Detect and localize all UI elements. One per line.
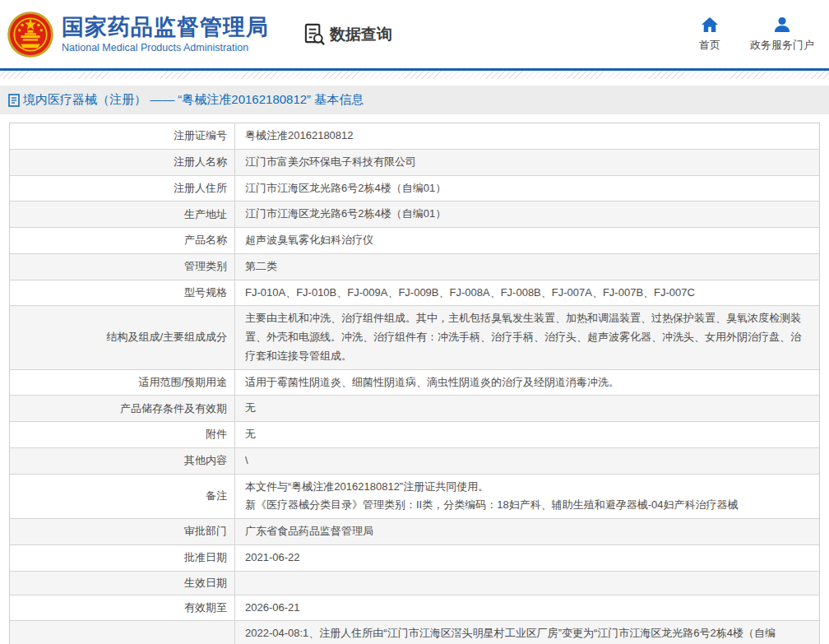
top-nav: 首页 政务服务门户 [699, 16, 814, 53]
row-value: 江门市江海区龙光路6号2栋4楼（自编01） [235, 202, 820, 228]
site-title-cn: 国家药品监督管理局 [62, 15, 269, 40]
table-row: 结构及组成/主要组成成分主要由主机和冲洗、治疗组件组成。其中，主机包括臭氧发生装… [10, 306, 820, 369]
breadcrumb-text: 境内医疗器械（注册） —— “粤械注准20162180812” 基本信息 [23, 92, 364, 108]
row-value: 粤械注准20162180812 [235, 123, 820, 150]
row-label: 产品储存条件及有效期 [10, 396, 235, 422]
page-header: 国家药品监督管理局 National Medical Products Admi… [0, 0, 829, 71]
row-value: 2021-06-22 [235, 544, 820, 571]
row-label: 管理类别 [10, 253, 235, 280]
row-label: 注册人住所 [10, 175, 235, 202]
table-row: 备注本文件与“粤械注准20162180812”注册证共同使用。 新《医疗器械分类… [10, 474, 820, 519]
row-value: 无 [235, 396, 820, 422]
table-row: 有效期至2026-06-21 [10, 595, 820, 621]
row-value: 第二类 [235, 253, 820, 280]
row-label: 其他内容 [10, 447, 235, 474]
table-row: 生产地址江门市江海区龙光路6号2栋4楼（自编01） [10, 202, 820, 228]
nav-home[interactable]: 首页 [699, 16, 720, 53]
row-value: 主要由主机和冲洗、治疗组件组成。其中，主机包括臭氧发生装置、加热和调温装置、过热… [235, 306, 820, 369]
row-label: 生效日期 [10, 571, 235, 595]
nav-portal-label: 政务服务门户 [750, 38, 814, 53]
row-label: 产品名称 [10, 228, 235, 254]
row-label: 结构及组成/主要组成成分 [10, 306, 235, 369]
row-label: 型号规格 [10, 280, 235, 306]
nav-portal[interactable]: 政务服务门户 [750, 16, 814, 53]
row-value: 适用于霉菌性阴道炎、细菌性阴道病、滴虫性阴道炎的治疗及经阴道消毒冲洗。 [235, 369, 820, 396]
row-label: 变更情况 [10, 621, 235, 644]
table-row: 型号规格FJ-010A、FJ-010B、FJ-009A、FJ-009B、FJ-0… [10, 280, 820, 306]
table-row: 附件无 [10, 422, 820, 448]
row-label: 附件 [10, 422, 235, 448]
row-value: 2022-04-08:1、注册人住所由“江门市江海区滘头明星村工业区厂房”变更为… [235, 621, 820, 644]
row-value: FJ-010A、FJ-010B、FJ-009A、FJ-009B、FJ-008A、… [235, 280, 820, 306]
row-value: 超声波臭氧雾化妇科治疗仪 [235, 228, 820, 254]
row-value: 2026-06-21 [235, 595, 820, 621]
table-row: 变更情况2022-04-08:1、注册人住所由“江门市江海区滘头明星村工业区厂房… [10, 621, 820, 644]
table-row: 生效日期 [10, 571, 820, 595]
row-label: 注册证编号 [10, 123, 235, 150]
table-row: 批准日期2021-06-22 [10, 544, 820, 571]
row-label: 适用范围/预期用途 [10, 369, 235, 396]
stripe-divider [0, 71, 829, 79]
row-value: 江门市富美尔环保电子科技有限公司 [235, 149, 820, 175]
document-icon [8, 94, 20, 107]
row-label: 注册人名称 [10, 149, 235, 175]
site-brand: 国家药品监督管理局 National Medical Products Admi… [62, 15, 269, 53]
table-row: 注册人住所江门市江海区龙光路6号2栋4楼（自编01） [10, 175, 820, 202]
info-table-body: 注册证编号粤械注准20162180812注册人名称江门市富美尔环保电子科技有限公… [10, 123, 820, 644]
row-label: 备注 [10, 474, 235, 519]
row-value: 本文件与“粤械注准20162180812”注册证共同使用。 新《医疗器械分类目录… [235, 474, 820, 519]
table-row: 注册人名称江门市富美尔环保电子科技有限公司 [10, 149, 820, 175]
data-query-icon [303, 23, 326, 45]
registration-info-table: 注册证编号粤械注准20162180812注册人名称江门市富美尔环保电子科技有限公… [9, 123, 820, 644]
table-row: 管理类别第二类 [10, 253, 820, 280]
nav-home-label: 首页 [699, 38, 720, 53]
user-icon [773, 16, 791, 33]
row-value: 广东省食品药品监督管理局 [235, 519, 820, 545]
site-title-en: National Medical Products Administration [62, 42, 269, 53]
data-query-label: 数据查询 [330, 24, 392, 45]
home-icon [701, 16, 719, 33]
row-label: 生产地址 [10, 202, 235, 228]
table-row: 适用范围/预期用途适用于霉菌性阴道炎、细菌性阴道病、滴虫性阴道炎的治疗及经阴道消… [10, 369, 820, 396]
row-label: 审批部门 [10, 519, 235, 545]
data-query-nav[interactable]: 数据查询 [303, 23, 392, 45]
row-value [235, 571, 820, 595]
row-value: \ [235, 447, 820, 474]
table-row: 审批部门广东省食品药品监督管理局 [10, 519, 820, 545]
row-label: 有效期至 [10, 595, 235, 621]
row-label: 批准日期 [10, 544, 235, 571]
row-value: 江门市江海区龙光路6号2栋4楼（自编01） [235, 175, 820, 202]
national-emblem-logo [7, 11, 54, 58]
table-row: 产品名称超声波臭氧雾化妇科治疗仪 [10, 228, 820, 254]
table-row: 注册证编号粤械注准20162180812 [10, 123, 820, 150]
breadcrumb: 境内医疗器械（注册） —— “粤械注准20162180812” 基本信息 [0, 86, 829, 114]
row-value: 无 [235, 422, 820, 448]
table-row: 其他内容\ [10, 447, 820, 474]
table-row: 产品储存条件及有效期无 [10, 396, 820, 422]
